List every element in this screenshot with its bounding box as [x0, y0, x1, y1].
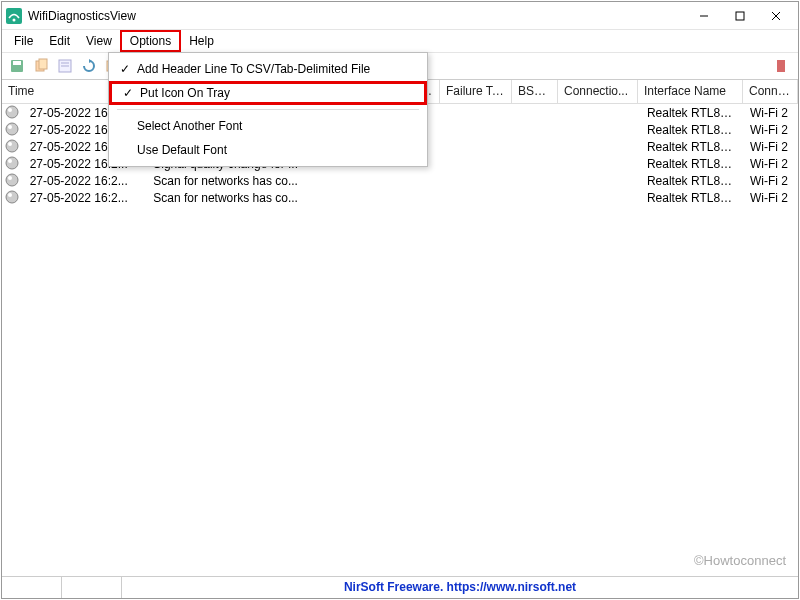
cell-interface-name: Realtek RTL872... — [641, 157, 744, 171]
svg-point-22 — [6, 140, 18, 152]
copy-icon[interactable] — [32, 57, 50, 75]
table-row[interactable]: 27-05-2022 16:2... Scan for networks has… — [2, 172, 798, 189]
minimize-button[interactable] — [686, 2, 722, 29]
cell-event: Scan for networks has co... — [147, 191, 412, 205]
cell-interface-name: Realtek RTL872... — [641, 140, 744, 154]
row-icon — [5, 173, 21, 189]
row-icon — [5, 105, 21, 121]
menu-view[interactable]: View — [78, 32, 120, 50]
close-button[interactable] — [758, 2, 794, 29]
svg-point-21 — [8, 125, 12, 129]
checkmark-icon: ✓ — [116, 86, 140, 100]
column-interface-name[interactable]: Interface Name — [638, 80, 743, 103]
properties-icon[interactable] — [56, 57, 74, 75]
exit-icon[interactable] — [774, 57, 792, 75]
window-title: WifiDiagnosticsView — [28, 9, 686, 23]
svg-point-25 — [8, 159, 12, 163]
status-pane-1 — [2, 577, 62, 598]
svg-rect-3 — [736, 12, 744, 20]
cell-interface-guid: Wi-Fi 2 — [744, 123, 798, 137]
menu-item-default-font[interactable]: Use Default Font — [109, 138, 427, 162]
row-icon — [5, 122, 21, 138]
footer-link[interactable]: NirSoft Freeware. https://www.nirsoft.ne… — [122, 577, 798, 598]
cell-time: 27-05-2022 16:2... — [24, 191, 148, 205]
svg-rect-9 — [39, 59, 47, 69]
options-dropdown: ✓ Add Header Line To CSV/Tab-Delimited F… — [108, 52, 428, 167]
svg-rect-0 — [6, 8, 22, 24]
menu-item-add-header[interactable]: ✓ Add Header Line To CSV/Tab-Delimited F… — [109, 57, 427, 81]
menu-bar: File Edit View Options Help — [2, 30, 798, 52]
column-failure-text[interactable]: Failure Text — [440, 80, 512, 103]
svg-rect-7 — [13, 61, 21, 65]
menu-options[interactable]: Options — [120, 30, 181, 52]
menu-edit[interactable]: Edit — [41, 32, 78, 50]
menu-item-label: Put Icon On Tray — [140, 86, 230, 100]
app-icon — [6, 8, 22, 24]
svg-point-27 — [8, 176, 12, 180]
column-connection[interactable]: Connectio... — [558, 80, 638, 103]
checkmark-icon: ✓ — [113, 62, 137, 76]
menu-help[interactable]: Help — [181, 32, 222, 50]
svg-point-24 — [6, 157, 18, 169]
row-icon — [5, 190, 21, 206]
column-bssid[interactable]: BSSID — [512, 80, 558, 103]
menu-item-select-font[interactable]: Select Another Font — [109, 114, 427, 138]
cell-interface-name: Realtek RTL872... — [641, 191, 744, 205]
title-bar: WifiDiagnosticsView — [2, 2, 798, 30]
status-pane-2 — [62, 577, 122, 598]
cell-event: Scan for networks has co... — [147, 174, 412, 188]
menu-item-label: Select Another Font — [137, 119, 242, 133]
save-icon[interactable] — [8, 57, 26, 75]
menu-item-label: Add Header Line To CSV/Tab-Delimited Fil… — [137, 62, 370, 76]
menu-file[interactable]: File — [6, 32, 41, 50]
column-interface-guid[interactable]: Connec... — [743, 80, 798, 103]
cell-interface-name: Realtek RTL872... — [641, 123, 744, 137]
svg-point-18 — [6, 106, 18, 118]
svg-point-1 — [13, 18, 16, 21]
status-bar: NirSoft Freeware. https://www.nirsoft.ne… — [2, 576, 798, 598]
svg-point-28 — [6, 191, 18, 203]
cell-interface-name: Realtek RTL872... — [641, 174, 744, 188]
svg-rect-17 — [777, 60, 785, 72]
maximize-button[interactable] — [722, 2, 758, 29]
svg-point-20 — [6, 123, 18, 135]
cell-interface-guid: Wi-Fi 2 — [744, 106, 798, 120]
cell-interface-name: Realtek RTL872... — [641, 106, 744, 120]
cell-time: 27-05-2022 16:2... — [24, 174, 148, 188]
menu-item-put-icon-on-tray[interactable]: ✓ Put Icon On Tray — [109, 81, 427, 105]
svg-point-23 — [8, 142, 12, 146]
svg-point-29 — [8, 193, 12, 197]
watermark-text: ©Howtoconnect — [694, 553, 786, 568]
menu-separator — [117, 109, 419, 110]
cell-interface-guid: Wi-Fi 2 — [744, 191, 798, 205]
row-icon — [5, 156, 21, 172]
cell-interface-guid: Wi-Fi 2 — [744, 157, 798, 171]
row-icon — [5, 139, 21, 155]
cell-interface-guid: Wi-Fi 2 — [744, 140, 798, 154]
menu-item-label: Use Default Font — [137, 143, 227, 157]
table-row[interactable]: 27-05-2022 16:2... Scan for networks has… — [2, 189, 798, 206]
refresh-icon[interactable] — [80, 57, 98, 75]
svg-point-26 — [6, 174, 18, 186]
data-grid[interactable]: 27-05-2022 16:2... Scan for networks has… — [2, 104, 798, 576]
cell-interface-guid: Wi-Fi 2 — [744, 174, 798, 188]
svg-point-19 — [8, 108, 12, 112]
